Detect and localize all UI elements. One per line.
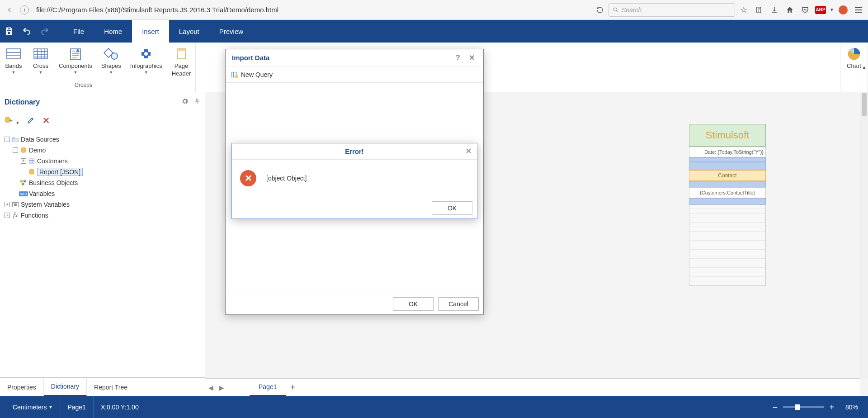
url-bar[interactable]: file:///C:/Program Files (x86)/Stimulsof… xyxy=(33,3,591,17)
svg-text:A: A xyxy=(76,48,79,53)
error-ok-button[interactable]: OK xyxy=(432,201,472,215)
vertical-scrollbar[interactable] xyxy=(860,92,868,378)
ribbon-infographics-button[interactable]: Infographics ▼ xyxy=(126,44,167,75)
duckduckgo-icon[interactable] xyxy=(836,3,850,17)
browser-toolbar: i file:///C:/Program Files (x86)/Stimuls… xyxy=(0,0,868,20)
svg-point-10 xyxy=(111,53,118,59)
downloads-icon[interactable] xyxy=(768,3,781,17)
pages-prev-button[interactable]: ◀ xyxy=(205,379,216,396)
site-info-icon[interactable]: i xyxy=(20,5,29,14)
edit-icon[interactable] xyxy=(27,116,35,126)
close-icon[interactable]: ✕ xyxy=(463,146,473,156)
ribbon-shapes-button[interactable]: Shapes ▼ xyxy=(97,44,126,75)
save-button[interactable] xyxy=(5,27,14,36)
chevron-down-icon: ▼ xyxy=(144,70,148,75)
tab-file[interactable]: File xyxy=(63,20,94,43)
ribbon-menu: File Home Insert Layout Preview xyxy=(0,20,868,43)
gear-icon[interactable] xyxy=(181,98,189,107)
menu-icon[interactable] xyxy=(852,3,865,17)
svg-point-0 xyxy=(613,8,617,11)
status-page: Page1 xyxy=(60,396,93,418)
error-dialog: Error! ✕ ✕ [object Object] OK xyxy=(231,143,477,219)
cross-tab-icon xyxy=(32,46,50,62)
import-cancel-button[interactable]: Cancel xyxy=(438,297,479,311)
help-icon[interactable]: ? xyxy=(453,52,463,63)
chevron-down-icon: ▼ xyxy=(12,70,16,75)
dictionary-title: Dictionary xyxy=(5,98,181,106)
tree-item-variables[interactable]: Variables xyxy=(29,190,55,197)
browser-search[interactable]: Search xyxy=(609,3,735,17)
shapes-icon xyxy=(102,46,120,62)
components-icon: A xyxy=(66,46,85,62)
tree-item-business-objects[interactable]: Business Objects xyxy=(29,179,78,186)
new-data-source-icon[interactable]: ▼ xyxy=(5,116,19,126)
zoom-in-button[interactable]: + xyxy=(829,402,835,413)
ribbon-cross-button[interactable]: Cross ▼ xyxy=(27,44,54,75)
tab-dictionary[interactable]: Dictionary xyxy=(44,378,87,396)
status-bar: Centimeters ▼ Page1 X:0.00 Y:1.00 − + 80… xyxy=(0,396,868,418)
ribbon-collapse-button[interactable]: ▲ xyxy=(860,43,868,92)
tree-item-system-variables[interactable]: System Variables xyxy=(21,201,70,208)
close-icon[interactable]: ✕ xyxy=(466,52,477,63)
svg-rect-4 xyxy=(8,32,11,35)
pin-icon[interactable] xyxy=(194,98,200,107)
svg-point-27 xyxy=(235,75,238,77)
pages-next-button[interactable]: ▶ xyxy=(216,379,227,396)
undo-button[interactable] xyxy=(22,27,32,36)
home-icon[interactable] xyxy=(783,3,797,17)
delete-icon[interactable] xyxy=(42,116,50,126)
expand-toggle[interactable]: + xyxy=(5,202,10,207)
dictionary-tree: − Data Sources − Demo + Customers Report… xyxy=(0,130,205,377)
reload-button[interactable] xyxy=(593,3,607,17)
report-preview: Stimulsoft Date: {Today.ToString("Y")} C… xyxy=(689,124,766,286)
tree-item-report-json[interactable]: Report [JSON] xyxy=(37,168,83,176)
zoom-slider[interactable] xyxy=(783,406,824,408)
chevron-down-icon: ▼ xyxy=(39,70,43,75)
dialog-title: Import Data xyxy=(232,54,269,62)
tree-item-data-sources[interactable]: Data Sources xyxy=(21,136,59,143)
svg-rect-17 xyxy=(10,119,11,122)
page-tab[interactable]: Page1 xyxy=(250,379,286,396)
tab-properties[interactable]: Properties xyxy=(0,378,44,396)
svg-point-11 xyxy=(144,52,148,56)
svg-rect-19 xyxy=(12,138,14,139)
import-ok-button[interactable]: OK xyxy=(393,297,434,311)
new-query-button[interactable]: New Query xyxy=(228,70,275,79)
expand-toggle[interactable]: − xyxy=(13,147,18,153)
tab-home[interactable]: Home xyxy=(94,20,132,43)
folder-icon xyxy=(12,136,19,143)
expand-toggle[interactable]: + xyxy=(21,158,26,164)
zoom-value: 80% xyxy=(840,404,858,411)
svg-rect-13 xyxy=(177,49,185,51)
tree-item-functions[interactable]: Functions xyxy=(21,212,48,219)
ribbon-components-button[interactable]: A Components ▼ xyxy=(54,44,97,75)
status-coords: X:0.00 Y:1.00 xyxy=(94,396,146,418)
reader-icon[interactable] xyxy=(752,3,766,17)
business-objects-icon xyxy=(20,179,27,186)
svg-rect-3 xyxy=(8,28,11,30)
bookmark-star-icon[interactable]: ☆ xyxy=(737,3,750,17)
tree-item-customers[interactable]: Customers xyxy=(37,157,68,165)
expand-toggle[interactable]: − xyxy=(5,137,10,142)
unit-selector[interactable]: Centimeters ▼ xyxy=(5,396,60,418)
tab-layout[interactable]: Layout xyxy=(169,20,209,43)
tree-item-demo[interactable]: Demo xyxy=(29,147,46,154)
zoom-out-button[interactable]: − xyxy=(773,402,778,413)
abp-dropdown-icon[interactable]: ▼ xyxy=(829,3,835,17)
pages-bar: ◀ ▶ Page1 + xyxy=(205,378,860,396)
tab-preview[interactable]: Preview xyxy=(209,20,253,43)
ribbon-page-header-button[interactable]: Page Header xyxy=(167,44,196,77)
dictionary-panel: Dictionary ▼ − xyxy=(0,92,205,396)
ribbon-bands-button[interactable]: Bands ▼ xyxy=(0,44,27,75)
abp-icon[interactable]: ABP xyxy=(814,3,827,17)
variables-icon: VAR xyxy=(20,190,27,197)
tab-insert[interactable]: Insert xyxy=(132,20,169,43)
tab-report-tree[interactable]: Report Tree xyxy=(87,378,135,396)
svg-rect-5 xyxy=(7,49,20,59)
redo-button[interactable] xyxy=(40,27,50,36)
svg-rect-21 xyxy=(29,159,34,163)
expand-toggle[interactable]: + xyxy=(5,213,10,218)
pocket-icon[interactable] xyxy=(798,3,812,17)
back-button[interactable] xyxy=(3,3,16,17)
add-page-button[interactable]: + xyxy=(286,379,299,396)
